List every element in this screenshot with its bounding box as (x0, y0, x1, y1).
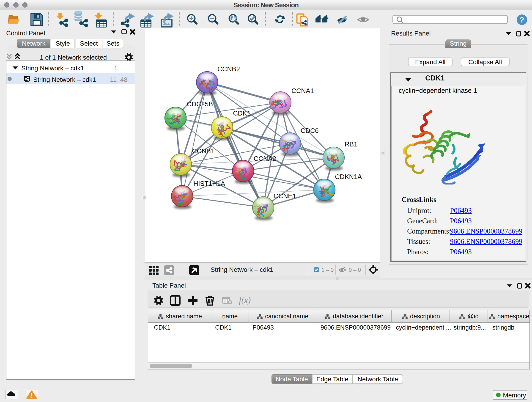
svg-text:CDK1: CDK1 (233, 109, 251, 117)
svg-text:RB1: RB1 (345, 140, 357, 148)
svg-text:CDC25B: CDC25B (187, 100, 213, 108)
svg-text:CDC6: CDC6 (301, 127, 319, 134)
svg-text:HIST1H1A: HIST1H1A (193, 180, 225, 187)
svg-text:CCNA2: CCNA2 (254, 155, 276, 162)
svg-text:?: ? (520, 15, 525, 24)
svg-text:f(x): f(x) (239, 295, 251, 305)
svg-text:CCNE1: CCNE1 (273, 192, 296, 200)
svg-text:CDKN1A: CDKN1A (335, 173, 362, 180)
svg-text:0 – 0: 0 – 0 (349, 267, 361, 273)
svg-text:1 – 0: 1 – 0 (322, 267, 334, 273)
svg-text:CCNA1: CCNA1 (291, 87, 314, 95)
svg-text:CCNB1: CCNB1 (192, 147, 215, 155)
svg-text:CCNB2: CCNB2 (217, 65, 240, 73)
